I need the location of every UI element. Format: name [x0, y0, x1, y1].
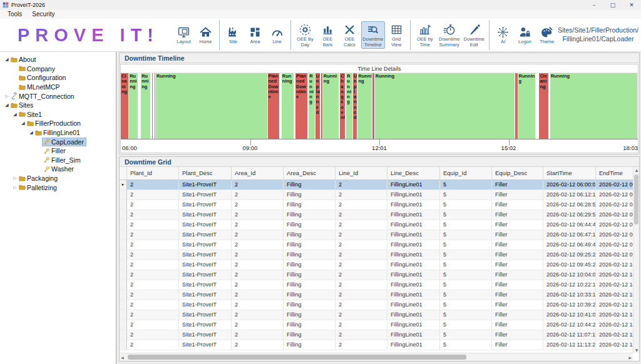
- table-row[interactable]: 2Site1-ProveIT2Filling2FillingLine015Fil…: [120, 320, 633, 330]
- tree-item-caploader[interactable]: CapLoader: [0, 137, 116, 146]
- table-row[interactable]: 2Site1-ProveIT2Filling2FillingLine015Fil…: [120, 270, 633, 280]
- cell-line-desc: FillingLine01: [387, 300, 440, 310]
- vertical-scroll-thumb[interactable]: [634, 174, 638, 225]
- table-row[interactable]: ▸2Site1-ProveIT2Filling2FillingLine015Fi…: [120, 180, 633, 190]
- tree-item-filler[interactable]: Filler: [0, 146, 116, 156]
- timeline-segment-running[interactable]: Running: [323, 73, 339, 139]
- expanded-arrow-icon[interactable]: ◢: [28, 130, 34, 135]
- column-header-plant-desc[interactable]: Plant_Desc: [179, 167, 232, 179]
- tree-item-about[interactable]: ◢About: [0, 55, 116, 64]
- maximize-button[interactable]: □: [603, 0, 622, 10]
- expanded-arrow-icon[interactable]: ◢: [4, 103, 10, 108]
- timeline-segment-running[interactable]: Running: [518, 73, 536, 139]
- column-header-equip-desc[interactable]: Equip_Desc: [492, 167, 543, 179]
- toolbar-button-grid-view[interactable]: Grid View: [386, 21, 407, 49]
- toolbar-button-downtime-edit[interactable]: Downtime Edit: [462, 21, 486, 49]
- timeline-segment-running[interactable]: Running: [375, 73, 516, 139]
- horizontal-scroll-thumb[interactable]: [128, 355, 466, 360]
- vertical-scrollbar[interactable]: ▲▼: [633, 167, 639, 353]
- timeline-segment-running[interactable]: Running: [129, 73, 138, 139]
- timeline-segment-cleaning[interactable]: Cleaning: [539, 73, 549, 139]
- toolbar-button-layout[interactable]: Layout: [173, 24, 194, 46]
- timeline-segment-running[interactable]: Running: [309, 73, 315, 139]
- cell-starttime: 2026-02-12 10:04:01: [543, 270, 596, 280]
- toolbar-button-downtime-summary[interactable]: Downtime Summary: [438, 21, 461, 49]
- tree-item-washer[interactable]: Washer: [0, 164, 116, 174]
- tree-item-filler-sim[interactable]: Filler_Sim: [0, 156, 116, 165]
- table-row[interactable]: 2Site1-ProveIT2Filling2FillingLine015Fil…: [120, 230, 633, 240]
- toolbar-button-theme[interactable]: Theme: [536, 24, 557, 46]
- timeline-segment-changeover[interactable]: Changeover: [340, 73, 346, 139]
- scroll-right-arrow-icon[interactable]: ▶: [628, 355, 632, 360]
- table-row[interactable]: 2Site1-ProveIT2Filling2FillingLine015Fil…: [120, 300, 633, 310]
- tree-item-configuration[interactable]: Configuration: [0, 73, 116, 83]
- table-row[interactable]: 2Site1-ProveIT2Filling2FillingLine015Fil…: [120, 330, 633, 340]
- table-row[interactable]: 2Site1-ProveIT2Filling2FillingLine015Fil…: [120, 220, 633, 230]
- table-row[interactable]: 2Site1-ProveIT2Filling2FillingLine015Fil…: [120, 200, 633, 210]
- tree-item-mqtt-connection[interactable]: ▷MQTT_Connection: [0, 91, 116, 101]
- expanded-arrow-icon[interactable]: ◢: [4, 57, 10, 62]
- table-row[interactable]: 2Site1-ProveIT2Filling2FillingLine015Fil…: [120, 260, 633, 270]
- collapsed-arrow-icon[interactable]: ▷: [12, 185, 18, 190]
- collapsed-arrow-icon[interactable]: ▷: [12, 176, 18, 181]
- table-row[interactable]: 2Site1-ProveIT2Filling2FillingLine015Fil…: [120, 280, 633, 290]
- tree-item-fillingline01[interactable]: ◢FillingLine01: [0, 128, 116, 138]
- tree-item-mlnetmcp[interactable]: MLnetMCP: [0, 83, 116, 92]
- minimize-button[interactable]: –: [585, 0, 603, 10]
- toolbar-button-site[interactable]: Site: [223, 24, 244, 46]
- tree-item-packaging[interactable]: ▷Packaging: [0, 174, 116, 183]
- toolbar-button-logon[interactable]: Logon: [515, 24, 535, 46]
- scroll-left-arrow-icon[interactable]: ◀: [121, 355, 124, 360]
- timeline-segment-unplanned[interactable]: Unplanned: [353, 73, 357, 139]
- table-row[interactable]: 2Site1-ProveIT2Filling2FillingLine015Fil…: [120, 190, 633, 200]
- column-header-plant-id[interactable]: Plant_Id: [127, 167, 179, 179]
- scroll-up-arrow-icon[interactable]: ▲: [633, 168, 640, 172]
- timeline-segment-running[interactable]: Running: [141, 73, 151, 139]
- timeline-segment-cleaning[interactable]: Cleaning: [121, 73, 129, 139]
- collapsed-arrow-icon[interactable]: ▷: [4, 94, 10, 99]
- menu-item-tools[interactable]: Tools: [3, 10, 27, 19]
- toolbar-button-oee-by-time[interactable]: OEE by Time: [414, 21, 436, 49]
- close-button[interactable]: ✕: [622, 0, 641, 10]
- timeline-segment-running[interactable]: Running: [346, 73, 353, 139]
- column-header-endtime[interactable]: EndTime: [596, 167, 633, 179]
- expanded-arrow-icon[interactable]: ◢: [20, 121, 26, 126]
- column-header-line-id[interactable]: Line_Id: [336, 167, 387, 179]
- column-header-equip-id[interactable]: Equip_Id: [440, 167, 492, 179]
- tree-item-site1[interactable]: ◢Site1: [0, 110, 116, 119]
- timeline-segment-running[interactable]: Running: [282, 73, 295, 139]
- timeline-segment-planned-downtime[interactable]: Planned Downtime: [268, 73, 280, 139]
- timeline-segment-unplanned[interactable]: Unplanned: [315, 73, 320, 139]
- column-header-area-desc[interactable]: Area_Desc: [284, 167, 336, 179]
- timeline-segment-running[interactable]: Running: [550, 73, 638, 139]
- table-row[interactable]: 2Site1-ProveIT2Filling2FillingLine015Fil…: [120, 250, 633, 260]
- toolbar-button-area[interactable]: Area: [245, 24, 265, 46]
- column-header-area-id[interactable]: Area_Id: [232, 167, 284, 179]
- toolbar-button-ai[interactable]: AI: [493, 24, 513, 46]
- table-row[interactable]: 2Site1-ProveIT2Filling2FillingLine015Fil…: [120, 210, 633, 220]
- toolbar-button-oee-by-day[interactable]: OEE By Day: [294, 21, 316, 49]
- column-header-starttime[interactable]: StartTime: [543, 167, 596, 179]
- cell-equip-id: 5: [440, 200, 492, 210]
- timeline-segment-running[interactable]: Running: [357, 73, 372, 139]
- table-row[interactable]: 2Site1-ProveIT2Filling2FillingLine015Fil…: [120, 340, 633, 350]
- table-row[interactable]: 2Site1-ProveIT2Filling2FillingLine015Fil…: [120, 240, 633, 250]
- horizontal-scrollbar[interactable]: ◀▶: [120, 353, 633, 361]
- timeline-segment-running[interactable]: Running: [156, 73, 267, 139]
- toolbar-button-oee-calcs[interactable]: OEE Calcs: [339, 21, 360, 49]
- toolbar-button-home[interactable]: Home: [195, 24, 216, 46]
- tree-item-company[interactable]: Company: [0, 64, 116, 74]
- toolbar-button-line[interactable]: Line: [267, 24, 287, 46]
- table-row[interactable]: 2Site1-ProveIT2Filling2FillingLine015Fil…: [120, 290, 633, 300]
- toolbar-button-oee-bars[interactable]: OEE Bars: [317, 21, 338, 49]
- menu-item-security[interactable]: Security: [27, 10, 59, 19]
- tree-item-sites[interactable]: ◢Sites: [0, 101, 116, 110]
- timeline-segment-planned-downtime[interactable]: Planned Downtime: [295, 73, 308, 139]
- table-row[interactable]: 2Site1-ProveIT2Filling2FillingLine015Fil…: [120, 310, 633, 320]
- column-header-line-desc[interactable]: Line_Desc: [387, 167, 440, 179]
- scroll-down-arrow-icon[interactable]: ▼: [633, 348, 640, 352]
- toolbar-button-downtime-timeline[interactable]: Downtime Timeline: [361, 21, 385, 49]
- tree-item-fillerproduction[interactable]: ◢FillerProduction: [0, 119, 116, 128]
- expanded-arrow-icon[interactable]: ◢: [12, 112, 18, 117]
- tree-item-palletizing[interactable]: ▷Palletizing: [0, 183, 116, 192]
